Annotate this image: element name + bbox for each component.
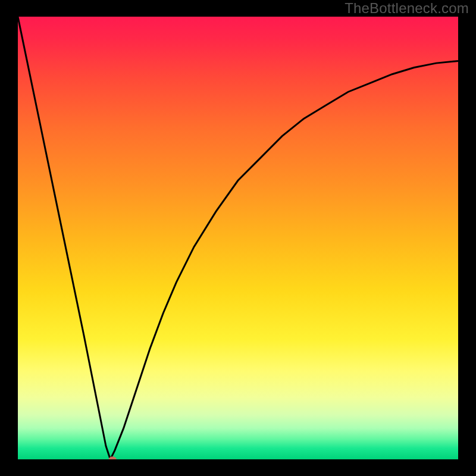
chart-svg (18, 17, 458, 459)
plot-area (18, 17, 458, 459)
watermark-text: TheBottleneck.com (345, 0, 469, 17)
gradient-background (18, 17, 458, 459)
chart-frame: TheBottleneck.com (0, 0, 476, 476)
